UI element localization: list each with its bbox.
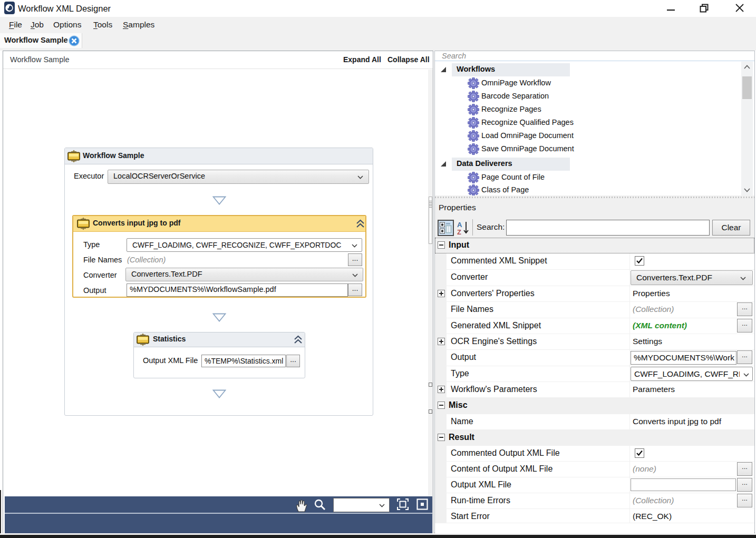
svg-text:A: A bbox=[457, 221, 462, 229]
svg-text:Z: Z bbox=[457, 228, 461, 236]
